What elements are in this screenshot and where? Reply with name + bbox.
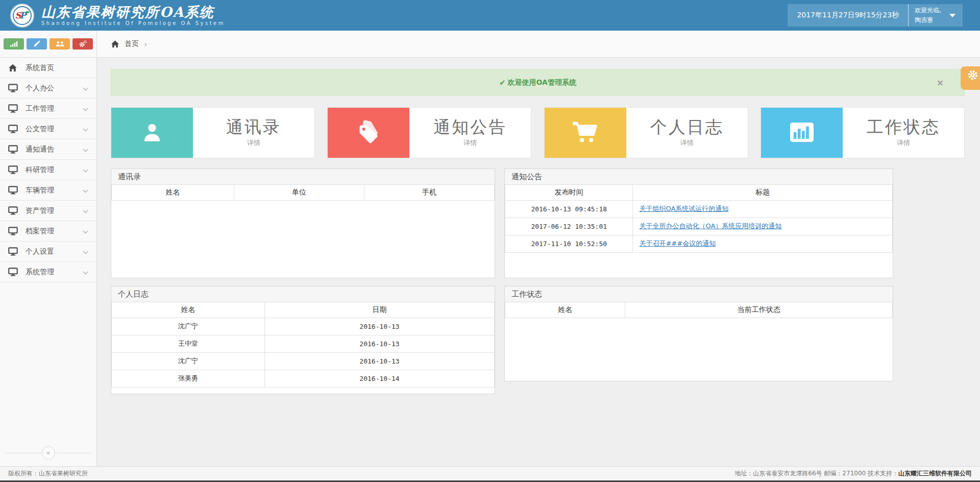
table-row: 沈广宁 2016-10-13 <box>112 318 495 335</box>
tile-subtitle: 详情 <box>463 138 477 148</box>
datetime-display: 2017年11月27日9时15分23秒 <box>788 11 908 20</box>
pencil-icon <box>33 40 40 47</box>
diary-date: 2016-10-13 <box>265 335 495 352</box>
sidebar-item-notices[interactable]: 通知通告 <box>0 139 96 160</box>
chevron-down-icon <box>83 146 88 154</box>
notice-link[interactable]: 关于组织OA系统试运行的通知 <box>639 205 728 212</box>
monitor-icon <box>8 227 18 235</box>
sidebar-item-system-management[interactable]: 系统管理 <box>0 262 96 282</box>
settings-button[interactable] <box>72 38 93 50</box>
sidebar-item-archive-management[interactable]: 档案管理 <box>0 221 96 242</box>
column-header: 日期 <box>265 302 495 318</box>
close-icon[interactable]: × <box>937 69 944 95</box>
user-menu[interactable]: 欢迎光临, 陶吉寨 <box>909 6 963 25</box>
column-header: 发布时间 <box>505 185 633 200</box>
chevron-down-icon <box>83 186 88 195</box>
notice-time: 2016-10-13 09:45:18 <box>505 200 633 218</box>
diary-table: 姓名 日期 沈广宁 2016-10-13 王中堂 2016-1 <box>111 302 495 388</box>
tile-subtitle: 详情 <box>897 138 910 148</box>
user-icon <box>140 120 164 146</box>
column-header: 当前工作状态 <box>625 302 893 318</box>
users-button[interactable] <box>50 38 70 50</box>
sidebar-item-personal-office[interactable]: 个人办公 <box>0 78 96 99</box>
tile-contacts[interactable]: 通讯录 详情 <box>111 107 315 158</box>
theme-settings-fab[interactable] <box>961 66 980 90</box>
app-header: S P ❧ 山东省果树研究所OA系统 Shandong Institute Of… <box>0 0 980 31</box>
check-icon: ✔ <box>499 78 506 87</box>
bar-chart-icon <box>10 41 18 47</box>
panel-title: 通知公告 <box>505 169 893 185</box>
tile-title: 工作状态 <box>867 118 940 136</box>
monitor-icon <box>8 145 18 154</box>
sidebar-item-research-management[interactable]: 科研管理 <box>0 160 96 180</box>
app-subtitle: Shandong Institute Of Pomologe OA System <box>41 20 225 26</box>
sidebar-item-label: 资产管理 <box>26 206 54 215</box>
notice-link[interactable]: 关于全所办公自动化（OA）系统应用培训的通知 <box>639 222 781 230</box>
app-title: 山东省果树研究所OA系统 <box>41 5 225 20</box>
sidebar-collapse-button[interactable]: « <box>42 446 55 460</box>
diary-name: 沈广宁 <box>112 352 265 370</box>
table-row: 张美勇 2016-10-14 <box>112 370 495 387</box>
tile-title: 个人日志 <box>650 118 724 136</box>
header-right-box: 2017年11月27日9时15分23秒 欢迎光临, 陶吉寨 <box>788 4 963 27</box>
sidebar-item-document-management[interactable]: 公文管理 <box>0 119 96 139</box>
sidebar-item-label: 科研管理 <box>26 165 54 175</box>
sidebar-item-label: 系统管理 <box>26 268 54 277</box>
diary-name: 王中堂 <box>112 335 265 352</box>
tech-support-link[interactable]: 山东耀汇三维软件有限公司 <box>898 470 972 477</box>
sidebar-item-home[interactable]: 系统首页 <box>0 58 96 78</box>
chevron-down-icon <box>83 268 88 276</box>
column-header: 姓名 <box>112 185 234 200</box>
tile-title: 通知公告 <box>433 118 507 136</box>
column-header: 标题 <box>633 185 893 200</box>
gear-icon <box>967 69 979 90</box>
app-window: S P ❧ 山东省果树研究所OA系统 Shandong Institute Of… <box>0 0 980 482</box>
shortcut-tiles: 通讯录 详情 通知公告 详情 <box>111 107 965 158</box>
notice-link[interactable]: 关于召开###会议的通知 <box>639 239 716 247</box>
sidebar-item-personal-settings[interactable]: 个人设置 <box>0 242 96 262</box>
caret-down-icon <box>949 14 955 17</box>
chevron-down-icon <box>83 125 88 133</box>
tile-title: 通讯录 <box>226 118 281 136</box>
alert-message: 欢迎使用OA管理系统 <box>508 78 576 87</box>
sidebar-item-vehicle-management[interactable]: 车辆管理 <box>0 180 96 201</box>
sidebar-item-work-management[interactable]: 工作管理 <box>0 99 96 119</box>
chevron-down-icon <box>83 207 88 215</box>
tile-subtitle: 详情 <box>680 138 694 148</box>
table-header-row: 姓名 日期 <box>112 302 495 318</box>
diary-date: 2016-10-13 <box>265 318 495 335</box>
contacts-panel: 通讯录 姓名 单位 手机 <box>111 168 495 278</box>
sidebar-item-label: 公文管理 <box>26 125 54 134</box>
logo: S P ❧ 山东省果树研究所OA系统 Shandong Institute Of… <box>10 4 225 28</box>
table-row: 王中堂 2016-10-13 <box>112 335 495 352</box>
tile-subtitle: 详情 <box>247 138 260 148</box>
main-content: ✔ 欢迎使用OA管理系统 × 通讯录 详情 <box>97 58 980 466</box>
table-header-row: 姓名 当前工作状态 <box>505 302 893 318</box>
tile-work-status[interactable]: 工作状态 详情 <box>761 107 965 158</box>
work-status-table: 姓名 当前工作状态 <box>505 302 893 318</box>
stats-button[interactable] <box>4 38 24 50</box>
sidebar-item-label: 个人设置 <box>26 247 54 256</box>
table-row: 2016-10-13 09:45:18 关于组织OA系统试运行的通知 <box>505 200 893 218</box>
sidebar-item-asset-management[interactable]: 资产管理 <box>0 201 96 221</box>
monitor-icon <box>8 84 18 92</box>
notice-time: 2017-06-12 10:35:01 <box>505 218 633 235</box>
table-row: 沈广宁 2016-10-13 <box>112 352 495 370</box>
breadcrumb-label: 首页 <box>125 39 139 49</box>
tile-notices[interactable]: 通知公告 详情 <box>327 107 531 158</box>
diary-date: 2016-10-13 <box>265 352 495 370</box>
sidebar-item-label: 车辆管理 <box>26 186 54 195</box>
column-header: 姓名 <box>112 302 265 318</box>
notices-panel: 通知公告 发布时间 标题 2016-10-13 09:45:18 关于组织OA系… <box>504 168 893 278</box>
table-row: 2017-11-10 10:52:50 关于召开###会议的通知 <box>505 235 893 252</box>
chevron-down-icon <box>83 248 88 256</box>
home-icon <box>111 40 119 48</box>
breadcrumb-home[interactable]: 首页 <box>111 39 139 49</box>
title-block: 山东省果树研究所OA系统 Shandong Institute Of Pomol… <box>41 5 225 27</box>
home-icon <box>8 64 18 72</box>
cart-icon <box>573 121 598 145</box>
diary-panel: 个人日志 姓名 日期 沈广宁 2016-10-13 <box>111 286 495 394</box>
tile-diary[interactable]: 个人日志 详情 <box>544 107 748 158</box>
monitor-icon <box>8 206 18 215</box>
edit-button[interactable] <box>27 38 47 50</box>
